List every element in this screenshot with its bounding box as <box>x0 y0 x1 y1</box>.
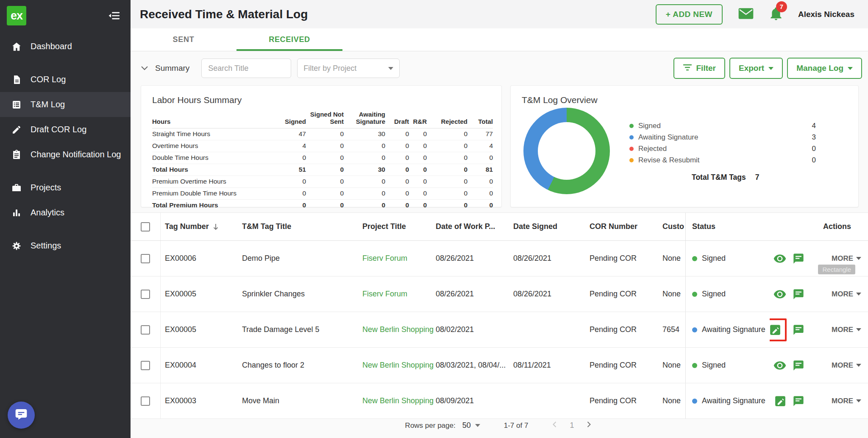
comment-icon[interactable] <box>793 288 804 300</box>
chevron-down-icon <box>856 364 861 367</box>
legend-dot-awaiting <box>629 135 634 139</box>
row-checkbox[interactable] <box>141 325 150 335</box>
col-tag-title[interactable]: T&M Tag Title <box>242 213 362 240</box>
sidebar-item-tm-log[interactable]: T&M Log <box>0 92 131 117</box>
col-date-signed[interactable]: Date Signed <box>513 213 590 240</box>
select-all-checkbox[interactable] <box>141 222 150 232</box>
chevron-down-icon <box>856 399 861 402</box>
comment-icon[interactable] <box>793 395 804 407</box>
status-cell: Signed <box>685 348 770 383</box>
sidebar-item-label: Analytics <box>31 208 64 218</box>
comment-icon[interactable] <box>793 324 804 336</box>
comment-icon[interactable] <box>793 253 804 265</box>
customer: None <box>662 276 685 312</box>
toolbar: Summary Filter by Project Filter Export … <box>131 51 868 85</box>
legend-dot-rejected <box>629 147 634 151</box>
row-checkbox[interactable] <box>141 396 150 406</box>
sidebar-item-analytics[interactable]: Analytics <box>0 200 131 225</box>
tag-title: Move Main <box>242 383 362 418</box>
more-button[interactable]: MORE <box>832 290 861 299</box>
view-icon[interactable] <box>773 289 787 300</box>
project-link[interactable]: New Berlin Shopping ( <box>362 361 436 370</box>
col-date-of-work[interactable]: Date of Work P... <box>436 213 513 240</box>
bar-chart-icon <box>11 207 22 218</box>
chat-launcher-button[interactable] <box>8 402 35 429</box>
cor-number: Pending COR <box>590 383 662 418</box>
add-new-button[interactable]: + ADD NEW <box>656 4 723 25</box>
actions-cell: MORE <box>770 276 868 312</box>
next-page-button[interactable] <box>584 420 593 431</box>
user-name[interactable]: Alexis Nickeas <box>798 10 854 19</box>
status-dot <box>692 327 697 332</box>
sign-icon[interactable] <box>774 395 787 407</box>
chevron-down-icon <box>856 293 861 296</box>
date-signed: 08/26/2021 <box>513 241 590 276</box>
clipboard-icon <box>11 149 22 160</box>
notifications-button[interactable]: 7 <box>769 6 783 22</box>
sort-desc-icon[interactable] <box>212 223 219 231</box>
col-cor-number[interactable]: COR Number <box>590 213 662 240</box>
row-checkbox[interactable] <box>141 254 150 263</box>
page-title: Received Time & Material Log <box>140 8 308 21</box>
export-button[interactable]: Export <box>729 58 783 79</box>
tag-title: Trade Damage Level 5 <box>242 312 362 347</box>
table-row: EX00005 Sprinkler Changes Fiserv Forum 0… <box>131 276 868 312</box>
status-cell: Awaiting Signature <box>685 312 770 347</box>
customer: None <box>662 241 685 276</box>
sidebar-collapse-icon[interactable] <box>108 10 120 21</box>
project-link[interactable]: Fiserv Forum <box>362 290 407 299</box>
select-all-cell <box>131 213 161 240</box>
col-status[interactable]: Status <box>685 213 770 240</box>
tab-sent[interactable]: SENT <box>131 28 236 51</box>
sidebar-item-settings[interactable]: Settings <box>0 233 131 258</box>
more-button[interactable]: MORE <box>832 397 861 405</box>
view-icon[interactable] <box>773 253 787 264</box>
project-link[interactable]: Fiserv Forum <box>362 254 407 263</box>
sidebar-item-dashboard[interactable]: Dashboard <box>0 34 131 59</box>
sidebar-item-draft-cor-log[interactable]: Draft COR Log <box>0 117 131 142</box>
status-dot <box>692 399 697 404</box>
search-input[interactable] <box>201 59 291 78</box>
row-checkbox[interactable] <box>141 361 150 370</box>
chat-icon <box>14 407 28 423</box>
project-link[interactable]: New Berlin Shopping ( <box>362 325 436 334</box>
col-tag-number[interactable]: Tag Number <box>161 213 242 240</box>
tag-title: Demo Pipe <box>242 241 362 276</box>
sidebar-item-cor-log[interactable]: COR Log <box>0 67 131 92</box>
summary-collapse-icon[interactable] <box>141 66 148 71</box>
labor-row: Overtime Hours4000004 <box>152 140 493 152</box>
project-filter-select[interactable]: Filter by Project <box>297 59 400 78</box>
messages-button[interactable] <box>738 7 754 22</box>
labor-summary-title: Labor Hours Summary <box>152 95 490 105</box>
tm-status-donut-chart <box>523 108 610 194</box>
briefcase-icon <box>11 182 22 193</box>
view-icon[interactable] <box>773 360 787 371</box>
sidebar-item-label: COR Log <box>31 75 66 84</box>
prev-page-button[interactable] <box>550 420 559 431</box>
more-button[interactable]: MORE <box>832 326 861 334</box>
comment-icon[interactable] <box>793 360 804 371</box>
actions-cell: MORE <box>770 383 868 418</box>
filter-button[interactable]: Filter <box>673 58 725 79</box>
col-project-title[interactable]: Project Title <box>362 213 436 240</box>
manage-log-button[interactable]: Manage Log <box>787 58 862 79</box>
row-checkbox[interactable] <box>141 290 150 299</box>
more-button[interactable]: MORE <box>832 254 861 263</box>
tab-received[interactable]: RECEIVED <box>236 28 342 51</box>
project-link[interactable]: New Berlin Shopping ( <box>362 396 436 405</box>
customer: 7654 <box>662 312 685 347</box>
status-label: Awaiting Signature <box>702 325 765 334</box>
col-customer[interactable]: Custo <box>662 213 685 240</box>
sign-icon[interactable] <box>770 324 782 336</box>
table-row: EX00003 Move Main New Berlin Shopping ( … <box>131 383 868 419</box>
rows-per-page-select[interactable]: 50 <box>462 421 480 430</box>
sidebar-item-label: Projects <box>31 183 61 192</box>
chevron-down-icon <box>856 328 861 331</box>
current-page[interactable]: 1 <box>570 421 574 430</box>
legend-item-revise-resubmit: Revise & Resubmit 0 <box>629 155 816 166</box>
sidebar-item-projects[interactable]: Projects <box>0 175 131 200</box>
sidebar-item-change-notification-log[interactable]: Change Notification Log <box>0 142 131 167</box>
main-content: Received Time & Material Log + ADD NEW 7… <box>131 0 868 438</box>
gear-icon <box>11 240 22 251</box>
more-button[interactable]: MORE <box>832 361 861 370</box>
